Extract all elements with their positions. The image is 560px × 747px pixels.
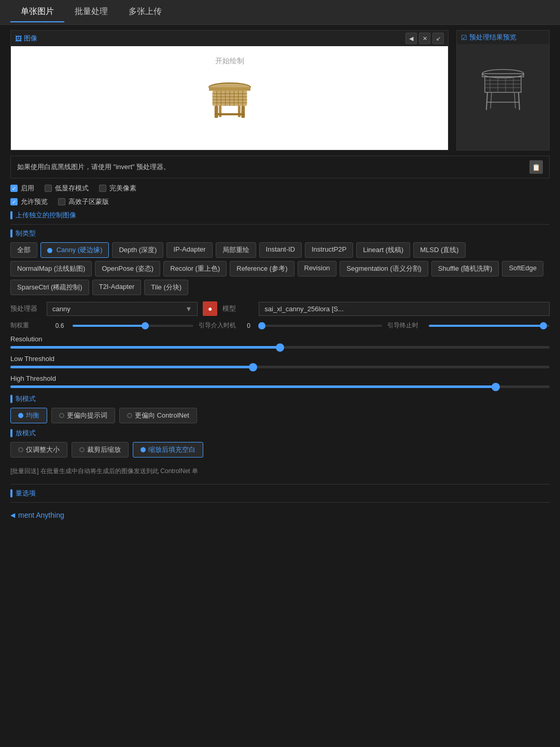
controlnet-label: 更偏向 ControlNet (135, 411, 189, 420)
svg-rect-19 (214, 113, 244, 115)
low-memory-checkbox-item[interactable]: 低显存模式 (45, 184, 89, 193)
efficient-subregion-checkbox-item[interactable]: 高效子区蒙版 (58, 197, 109, 206)
processor-select[interactable]: canny ▼ (47, 302, 198, 316)
tab-single-image[interactable]: 单张图片 (10, 2, 64, 22)
high-threshold-track[interactable] (10, 385, 550, 388)
divider-2 (10, 484, 550, 485)
type-btn-mlsd[interactable]: MLSD (直线) (413, 242, 465, 258)
type-btn-all[interactable]: 全部 (10, 242, 37, 258)
info-icon-btn[interactable]: 📋 (529, 160, 543, 174)
processor-select-arrow: ▼ (185, 305, 192, 313)
perfect-pixel-checkbox-item[interactable]: 完美像素 (99, 184, 136, 193)
type-btn-ip-adapter[interactable]: IP-Adapter (166, 242, 212, 258)
prompt-radio-dot (59, 413, 64, 418)
preview-label: ☑ 预处理结果预览 (461, 33, 516, 42)
section-marker-control-mode (10, 395, 12, 403)
high-threshold-thumb[interactable] (492, 383, 500, 391)
efficient-subregion-label: 高效子区蒙版 (68, 197, 109, 206)
control-mode-prompt[interactable]: 更偏向提示词 (51, 408, 115, 423)
resize-mode-radio-group: 仅调整大小 裁剪后缩放 缩放后填充空白 (10, 442, 550, 458)
divider-1 (10, 224, 550, 225)
svg-rect-18 (237, 106, 240, 117)
tab-multi-upload[interactable]: 多张上传 (118, 2, 172, 22)
type-btn-instructp2p[interactable]: InstructP2P (305, 242, 353, 258)
ctrl-close-btn[interactable]: ✕ (419, 33, 430, 44)
checkbox-row-2: 允许预览 高效子区蒙版 (10, 197, 550, 206)
guidance-start-track[interactable] (262, 325, 383, 327)
segment-section[interactable]: ◀ ment Anything (10, 507, 550, 523)
main-image-panel: 🖼 图像 ◀ ✕ ↙ 开始绘制 (10, 30, 449, 150)
perfect-pixel-checkbox[interactable] (99, 185, 106, 192)
prompt-label: 更偏向提示词 (67, 411, 107, 420)
type-btn-lineart[interactable]: Lineart (线稿) (356, 242, 410, 258)
control-mode-radio-group: 均衡 更偏向提示词 更偏向 ControlNet (10, 408, 550, 423)
type-btn-recolor[interactable]: Recolor (重上色) (163, 261, 227, 276)
crop-resize[interactable]: 裁剪后缩放 (72, 442, 129, 458)
resolution-slider-row: Resolution (10, 335, 550, 349)
resolution-label: Resolution (10, 335, 550, 343)
enable-label: 启用 (21, 184, 34, 193)
enable-checkbox-item[interactable]: 启用 (10, 184, 34, 193)
canvas-placeholder: 开始绘制 (215, 57, 244, 66)
ctrl-resize-btn[interactable]: ↙ (432, 33, 444, 44)
low-memory-checkbox[interactable] (45, 185, 52, 192)
batch-info-text: [批量回送] 在批量生成中自动将生成后的图像发送到此 ControlNet 单 (10, 463, 550, 480)
type-btn-instant-id[interactable]: Instant-ID (259, 242, 302, 258)
resolution-track[interactable] (10, 346, 550, 349)
ctrl-prev-btn[interactable]: ◀ (405, 33, 417, 44)
svg-rect-16 (241, 106, 245, 118)
type-btn-t2i[interactable]: T2I-Adapter (92, 280, 142, 295)
resolution-fill (10, 346, 280, 349)
type-btn-normalmap[interactable]: NormalMap (法线贴图) (10, 261, 92, 276)
high-threshold-label: High Threshold (10, 375, 550, 382)
type-btn-depth[interactable]: Depth (深度) (112, 242, 163, 258)
control-mode-balanced[interactable]: 均衡 (10, 408, 47, 423)
type-btn-reference[interactable]: Reference (参考) (230, 261, 294, 276)
main-sliders-section: 制权重 0.6 引导介入时机 0 引导终止时 (10, 321, 550, 330)
image-canvas[interactable]: 开始绘制 (11, 46, 448, 150)
type-btn-segmentation[interactable]: Segmentation (语义分割) (340, 261, 428, 276)
efficient-subregion-checkbox[interactable] (58, 198, 65, 205)
type-btn-softedge[interactable]: SoftEdge (502, 261, 543, 276)
upload-control-label: 上传独立的控制图像 (16, 211, 76, 220)
low-threshold-thumb[interactable] (249, 363, 257, 371)
low-threshold-slider-row: Low Threshold (10, 355, 550, 368)
allow-preview-checkbox[interactable] (10, 198, 18, 205)
resize-mode-label: 放模式 (16, 428, 36, 438)
high-threshold-slider-row: High Threshold (10, 375, 550, 388)
image-section: 🖼 图像 ◀ ✕ ↙ 开始绘制 (10, 30, 550, 150)
control-mode-controlnet[interactable]: 更偏向 ControlNet (119, 408, 197, 423)
type-btn-tile[interactable]: Tile (分块) (144, 280, 188, 295)
furniture-image (204, 72, 256, 124)
type-btn-sparsectrl[interactable]: SparseCtrl (稀疏控制) (10, 280, 89, 295)
guidance-end-thumb[interactable] (540, 322, 547, 329)
tab-batch-process[interactable]: 批量处理 (64, 2, 118, 22)
model-select[interactable]: sai_xl_canny_256lora [S... (259, 302, 550, 316)
guidance-start-thumb[interactable] (258, 322, 265, 329)
control-weight-thumb[interactable] (142, 322, 149, 329)
enable-checkbox[interactable] (10, 185, 18, 192)
low-threshold-track[interactable] (10, 366, 550, 368)
upload-control-section: 上传独立的控制图像 (10, 211, 550, 220)
image-panel-label: 🖼 图像 (15, 34, 37, 43)
type-btn-canny[interactable]: Canny (硬边缘) (40, 242, 109, 258)
segment-label: ment Anything (18, 511, 64, 519)
control-weight-track[interactable] (73, 325, 193, 327)
perfect-pixel-label: 完美像素 (109, 184, 136, 193)
section-marker-qty (10, 489, 12, 497)
resize-only-label: 仅调整大小 (26, 445, 60, 454)
type-btn-shuffle[interactable]: Shuffle (随机洗牌) (431, 261, 499, 276)
info-text: 如果使用白底黑线图片，请使用 "invert" 预处理器。 (17, 162, 170, 172)
allow-preview-checkbox-item[interactable]: 允许预览 (10, 197, 48, 206)
resolution-thumb[interactable] (276, 343, 284, 352)
resize-only[interactable]: 仅调整大小 (10, 442, 67, 458)
svg-rect-17 (219, 106, 221, 117)
fill-resize[interactable]: 缩放后填充空白 (133, 442, 203, 458)
type-btn-revision[interactable]: Revision (298, 261, 337, 276)
guidance-end-label: 引导终止时 (387, 321, 424, 330)
guidance-end-track[interactable] (429, 325, 550, 327)
low-memory-label: 低显存模式 (55, 184, 89, 193)
type-btn-inpaint[interactable]: 局部重绘 (216, 242, 256, 258)
processor-red-btn[interactable]: ● (203, 301, 217, 316)
type-btn-openpose[interactable]: OpenPose (姿态) (95, 261, 160, 276)
